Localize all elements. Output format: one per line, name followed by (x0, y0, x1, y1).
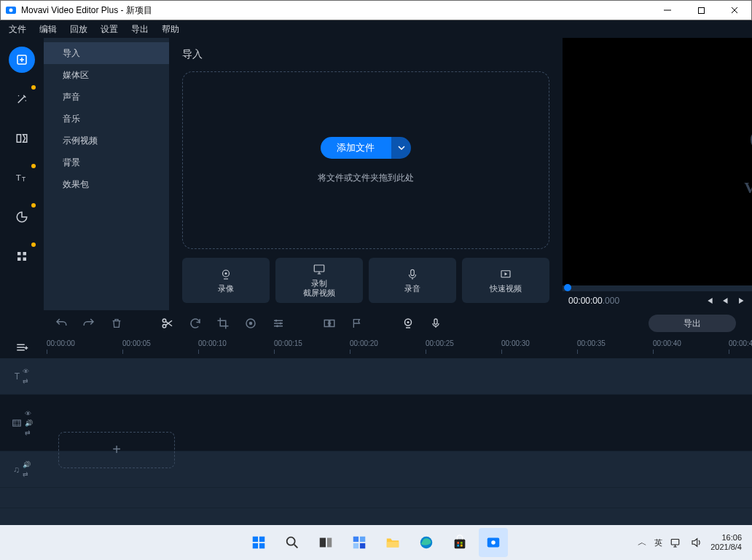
track-toggles[interactable]: 🔊⇄ (23, 461, 31, 478)
add-track-icon (15, 341, 28, 354)
export-button[interactable]: 导出 (649, 315, 736, 332)
svg-rect-38 (253, 543, 258, 548)
record-voice-button[interactable] (426, 313, 446, 334)
taskbar-explorer[interactable] (378, 528, 407, 557)
taskbar-search[interactable] (278, 528, 307, 557)
mic-small-icon (430, 318, 442, 329)
edge-icon (418, 535, 434, 551)
sidebar-stickers-button[interactable] (9, 204, 35, 230)
subnav-music[interactable]: 音乐 (44, 108, 169, 130)
volume-icon[interactable] (690, 536, 703, 549)
sidebar-import-button[interactable] (9, 47, 35, 73)
svg-text:T: T (22, 176, 26, 183)
add-track-button[interactable] (12, 337, 32, 358)
menu-help[interactable]: 帮助 (162, 23, 179, 36)
tool-record-screen[interactable]: 录制截屏视频 (275, 258, 363, 303)
marker-button[interactable] (347, 313, 367, 334)
tool-record-screen-label2: 截屏视频 (303, 288, 335, 297)
taskbar-store[interactable] (445, 528, 474, 557)
delete-button[interactable] (106, 313, 127, 334)
notification-dot (31, 164, 36, 168)
taskbar-taskview[interactable] (311, 528, 340, 557)
subnav-import[interactable]: 导入 (44, 42, 169, 64)
subnav-background[interactable]: 背景 (44, 151, 169, 173)
wand-icon (15, 92, 28, 106)
taskbar-widgets[interactable] (345, 528, 374, 557)
tool-fast-video[interactable]: 快速视频 (462, 258, 549, 303)
widgets-icon (351, 535, 367, 551)
subnav-media[interactable]: 媒体区 (44, 64, 169, 86)
play-prev-icon[interactable] (720, 296, 730, 306)
menu-file[interactable]: 文件 (9, 23, 26, 36)
tray-ime[interactable]: 英 (654, 537, 662, 548)
video-track[interactable]: 👁🔊⇄ + (0, 395, 752, 451)
svg-rect-50 (457, 542, 459, 544)
video-track-icon (12, 418, 22, 428)
taskbar-movavi[interactable] (479, 528, 508, 557)
monitor-icon (313, 263, 326, 276)
svg-point-9 (18, 95, 20, 97)
track-toggles[interactable]: 👁⇄ (23, 368, 29, 384)
network-icon[interactable] (670, 536, 683, 549)
menu-playback[interactable]: 回放 (70, 23, 87, 36)
svg-rect-45 (353, 543, 359, 548)
preview-seekbar[interactable] (563, 285, 752, 291)
app-icon (5, 4, 17, 16)
title-track[interactable]: T 👁⇄ (0, 358, 752, 395)
ruler-tick: 00:00:10 (198, 339, 227, 347)
seek-thumb[interactable] (564, 284, 571, 291)
svg-point-19 (225, 272, 227, 275)
add-files-dropdown[interactable] (391, 137, 411, 159)
scissors-icon (161, 317, 174, 330)
undo-button[interactable] (51, 313, 71, 334)
tool-record-audio[interactable]: 录音 (369, 258, 456, 303)
file-dropzone[interactable]: 添加文件 将文件或文件夹拖到此处 (182, 71, 549, 249)
tray-chevron[interactable]: ︿ (638, 536, 647, 549)
transition-wizard-icon (323, 317, 336, 330)
split-button[interactable] (157, 313, 178, 334)
svg-rect-35 (12, 419, 20, 425)
window-close-button[interactable] (718, 1, 751, 20)
tool-record-camera[interactable]: 录像 (182, 258, 270, 303)
track-toggles[interactable]: 👁🔊⇄ (25, 410, 33, 436)
tray-clock[interactable]: 16:06 2021/8/4 (710, 533, 742, 551)
timeline-ruler[interactable]: 00:00:00 00:00:05 00:00:10 00:00:15 00:0… (0, 336, 752, 358)
window-maximize-button[interactable] (684, 1, 718, 20)
prev-frame-icon[interactable] (704, 296, 714, 306)
menu-export[interactable]: 导出 (131, 23, 149, 36)
rotate-button[interactable] (185, 313, 205, 334)
add-files-button[interactable]: 添加文件 (321, 137, 411, 159)
color-adjust-button[interactable] (240, 313, 261, 334)
svg-point-1 (9, 9, 13, 12)
subnav-fxpack[interactable]: 效果包 (44, 173, 169, 195)
crop-icon (216, 317, 230, 330)
folder-icon (385, 535, 401, 551)
subnav-sample[interactable]: 示例视频 (44, 130, 169, 151)
redo-button[interactable] (79, 313, 99, 334)
ruler-tick: 00:00:40 (653, 339, 681, 347)
subnav-sound[interactable]: 声音 (44, 86, 169, 108)
svg-rect-44 (360, 537, 365, 542)
menu-settings[interactable]: 设置 (101, 23, 118, 36)
menu-edit[interactable]: 编辑 (39, 23, 57, 36)
record-video-button[interactable] (398, 313, 418, 334)
window-minimize-button[interactable] (651, 1, 684, 20)
video-drop-slot[interactable]: + (58, 432, 175, 468)
svg-rect-47 (387, 542, 399, 547)
ruler-tick: 00:00:15 (274, 339, 302, 347)
sidebar-titles-button[interactable]: TT (9, 165, 35, 191)
ruler-tick: 00:00:20 (350, 339, 378, 347)
flag-icon (351, 318, 363, 329)
taskbar-start[interactable] (244, 528, 273, 557)
sidebar-more-button[interactable] (9, 243, 35, 269)
svg-text:T: T (16, 173, 21, 182)
taskbar-edge[interactable] (412, 528, 441, 557)
preview-panel: ⬤⬤ ⬤ Video Editor 00:00:00.000 (563, 38, 752, 310)
clip-properties-button[interactable] (268, 313, 289, 334)
sidebar-filters-button[interactable] (9, 86, 35, 112)
transition-wizard-button[interactable] (319, 313, 340, 334)
audio-track-icon: ♫ (13, 465, 20, 475)
crop-button[interactable] (213, 313, 233, 334)
sidebar-transitions-button[interactable] (9, 125, 35, 151)
play-icon[interactable] (736, 296, 746, 306)
